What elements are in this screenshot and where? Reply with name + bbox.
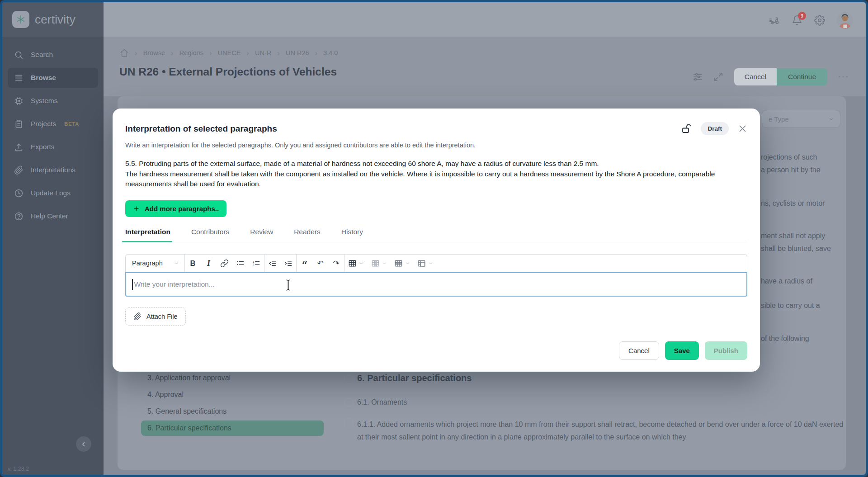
header-actions: Cancel Continue ··· (693, 68, 849, 85)
indent-button[interactable] (280, 255, 296, 272)
sidebar: certivity Search Browse Systems Projects… (2, 2, 104, 475)
breadcrumb-unece[interactable]: UNECE (218, 49, 241, 57)
sidebar-item-update-logs[interactable]: Update Logs (8, 183, 98, 203)
add-more-paragraphs-button[interactable]: Add more paragraphs.. (125, 200, 226, 217)
toc-list: 3. Application for approval 4. Approval … (141, 370, 324, 436)
more-options-button[interactable]: ··· (838, 72, 849, 82)
modal-header: Interpretation of selected paragraphs Dr… (125, 122, 747, 135)
clipped-text-fragment: a person hit by the (761, 166, 821, 174)
toc-item[interactable]: 5. General specifications (141, 404, 324, 419)
clipped-text-fragment: sible to carry out a (761, 302, 820, 310)
table-column-button[interactable] (368, 255, 391, 272)
chevron-down-icon (174, 261, 179, 266)
paragraph-checkbox[interactable] (344, 398, 353, 407)
text-caret (132, 279, 133, 290)
table-row-button[interactable] (391, 255, 414, 272)
sidebar-item-label: Help Center (31, 212, 68, 220)
table-icon (348, 259, 357, 268)
help-icon (14, 212, 24, 221)
breadcrumb-un-r[interactable]: UN-R (255, 49, 271, 57)
continue-button[interactable]: Continue (777, 68, 827, 85)
paperclip-icon (133, 312, 142, 321)
breadcrumb-browse[interactable]: Browse (143, 49, 165, 57)
sidebar-item-search[interactable]: Search (8, 45, 98, 65)
cancel-button-top[interactable]: Cancel (734, 68, 777, 85)
breadcrumb-version[interactable]: 3.4.0 (323, 49, 338, 57)
sidebar-item-label: Browse (31, 74, 56, 82)
clipped-text-fragment: have a radius of (761, 277, 812, 285)
toc-item[interactable]: 4. Approval (141, 387, 324, 402)
avatar[interactable] (837, 12, 853, 28)
home-icon[interactable] (120, 48, 129, 57)
filter-sliders-icon[interactable] (693, 72, 703, 82)
browse-menu-icon (14, 73, 24, 83)
bulleted-list-button[interactable] (232, 255, 248, 272)
merge-cells-icon (417, 259, 426, 268)
tab-interpretation[interactable]: Interpretation (125, 228, 170, 242)
tab-review[interactable]: Review (250, 228, 273, 242)
tab-contributors[interactable]: Contributors (191, 228, 229, 242)
italic-button[interactable]: I (201, 255, 217, 272)
lock-open-icon[interactable] (681, 123, 692, 134)
numbered-list-button[interactable]: 12 (248, 255, 264, 272)
modal-title: Interpretation of selected paragraphs (125, 124, 277, 134)
notifications-button[interactable]: 9 (792, 15, 802, 26)
sidebar-item-label: Projects (31, 120, 56, 128)
outdent-button[interactable] (264, 255, 280, 272)
clipped-text-fragment: ment shall not apply (761, 232, 825, 240)
block-format-select[interactable]: Paragraph (126, 255, 184, 272)
toc-item-selected[interactable]: 6. Particular specifications (141, 420, 324, 436)
close-icon[interactable] (738, 124, 747, 133)
chevron-right-icon: › (209, 49, 212, 57)
modal-footer: Cancel Save Publish (619, 341, 747, 360)
insert-table-button[interactable] (344, 255, 368, 272)
blockquote-button[interactable]: “ (297, 255, 312, 272)
clipped-text-fragment: of the following (761, 335, 809, 343)
svg-text:2: 2 (253, 263, 254, 265)
tab-history[interactable]: History (341, 228, 363, 242)
clock-icon (14, 189, 24, 198)
chevron-right-icon: › (246, 49, 249, 57)
tab-readers[interactable]: Readers (294, 228, 321, 242)
chevron-down-icon (382, 261, 387, 266)
app-version: v. 1.28.2 (8, 466, 29, 472)
breadcrumb-regions[interactable]: Regions (179, 49, 203, 57)
modal-cancel-button[interactable]: Cancel (619, 341, 659, 360)
toc-item[interactable]: 3. Application for approval (141, 370, 324, 386)
sidebar-item-label: Interpretations (31, 166, 75, 174)
modal-save-button[interactable]: Save (665, 341, 699, 360)
cancel-continue-group: Cancel Continue (734, 68, 827, 85)
interpretation-editor[interactable]: Write your interpretation... (125, 272, 747, 297)
undo-button[interactable]: ↶ (312, 255, 328, 272)
sidebar-collapse-button[interactable]: ‹ (76, 436, 91, 452)
editor-placeholder: Write your interpretation... (134, 280, 215, 288)
redo-button[interactable]: ↷ (328, 255, 344, 272)
paragraph-6-1-1: 6.1.1. Added ornaments which project mor… (357, 418, 845, 444)
sidebar-item-interpretations[interactable]: Interpretations (8, 160, 98, 180)
logo[interactable]: certivity (2, 2, 104, 37)
selected-paragraphs: 5.5. Protruding parts of the external su… (125, 159, 747, 189)
type-filter-select[interactable]: e Type (762, 110, 840, 128)
section-heading: 6. Particular specifications (357, 373, 472, 383)
clipboard-icon (14, 119, 24, 129)
sidebar-item-projects[interactable]: Projects BETA (8, 114, 98, 134)
clipped-text-fragment: ns, cyclists or motor (761, 199, 825, 208)
merge-cells-button[interactable] (414, 255, 437, 272)
sidebar-item-browse[interactable]: Browse (8, 68, 98, 88)
gear-icon[interactable] (814, 15, 825, 26)
paragraph-checkbox[interactable] (344, 375, 353, 383)
paragraph-checkbox[interactable] (344, 419, 353, 427)
scooter-icon[interactable] (769, 15, 780, 26)
attach-file-button[interactable]: Attach File (125, 307, 186, 326)
bold-button[interactable]: B (185, 255, 201, 272)
sidebar-item-label: Search (31, 51, 53, 59)
sidebar-item-help-center[interactable]: Help Center (8, 206, 98, 226)
avatar-image (837, 12, 853, 28)
breadcrumb-un-r26[interactable]: UN R26 (286, 49, 309, 57)
modal-publish-button[interactable]: Publish (705, 341, 747, 360)
link-button[interactable] (217, 255, 232, 272)
expand-icon[interactable] (713, 72, 723, 82)
sidebar-item-systems[interactable]: Systems (8, 91, 98, 111)
modal-header-actions: Draft (681, 122, 747, 135)
sidebar-item-exports[interactable]: Exports (8, 137, 98, 157)
